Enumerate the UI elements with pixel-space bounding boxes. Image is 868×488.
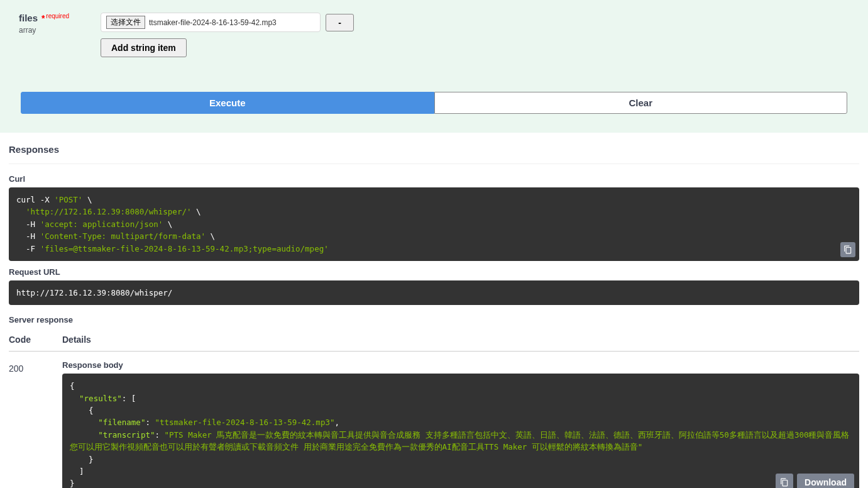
- clipboard-icon: [780, 478, 789, 487]
- request-url-block: http://172.16.12.39:8080/whisper/: [9, 280, 859, 305]
- param-type: array: [19, 26, 88, 35]
- server-response-label: Server response: [9, 315, 859, 324]
- file-input[interactable]: 选择文件 ttsmaker-file-2024-8-16-13-59-42.mp…: [101, 13, 321, 32]
- file-input-row: 选择文件 ttsmaker-file-2024-8-16-13-59-42.mp…: [101, 13, 354, 32]
- response-body-label: Response body: [62, 360, 859, 370]
- clipboard-icon: [843, 245, 852, 254]
- request-url-label: Request URL: [9, 267, 859, 277]
- add-string-item-button[interactable]: Add string item: [101, 38, 187, 57]
- code-column-header: Code: [9, 335, 62, 345]
- response-actions: Download: [776, 474, 854, 488]
- copy-curl-button[interactable]: [840, 242, 855, 257]
- response-body-pre: { "results": [ { "filename": "ttsmaker-f…: [70, 380, 852, 488]
- curl-label: Curl: [9, 174, 859, 184]
- response-body-block: { "results": [ { "filename": "ttsmaker-f…: [62, 374, 859, 488]
- responses-title: Responses: [9, 144, 859, 155]
- execute-button[interactable]: Execute: [21, 92, 434, 114]
- param-input-area: 选择文件 ttsmaker-file-2024-8-16-13-59-42.mp…: [101, 13, 354, 57]
- required-text: required: [46, 13, 69, 19]
- responses-section: Responses Curl curl -X 'POST' \ 'http://…: [0, 133, 868, 488]
- param-row-files: files *required array 选择文件 ttsmaker-file…: [19, 13, 849, 57]
- divider: [9, 164, 859, 164]
- param-name-line: files *required: [19, 13, 88, 23]
- param-name: files: [19, 13, 38, 23]
- action-button-row: Execute Clear: [19, 92, 849, 114]
- status-code: 200: [9, 360, 62, 488]
- response-details: Response body { "results": [ { "filename…: [62, 360, 859, 488]
- selected-file-name: ttsmaker-file-2024-8-16-13-59-42.mp3: [149, 18, 277, 27]
- param-label-block: files *required array: [19, 13, 88, 57]
- required-star: *: [39, 13, 45, 23]
- remove-item-button[interactable]: -: [326, 14, 354, 31]
- download-button[interactable]: Download: [797, 474, 854, 488]
- curl-block: curl -X 'POST' \ 'http://172.16.12.39:80…: [9, 187, 859, 261]
- parameters-panel: files *required array 选择文件 ttsmaker-file…: [0, 0, 868, 133]
- clear-button[interactable]: Clear: [434, 92, 848, 114]
- response-table-header: Code Details: [9, 328, 859, 352]
- details-column-header: Details: [62, 335, 859, 345]
- curl-pre: curl -X 'POST' \ 'http://172.16.12.39:80…: [16, 194, 852, 255]
- choose-file-button[interactable]: 选择文件: [106, 16, 145, 29]
- response-row: 200 Response body { "results": [ { "file…: [9, 360, 859, 488]
- request-url-value: http://172.16.12.39:8080/whisper/: [16, 287, 852, 299]
- copy-response-button[interactable]: [776, 474, 793, 488]
